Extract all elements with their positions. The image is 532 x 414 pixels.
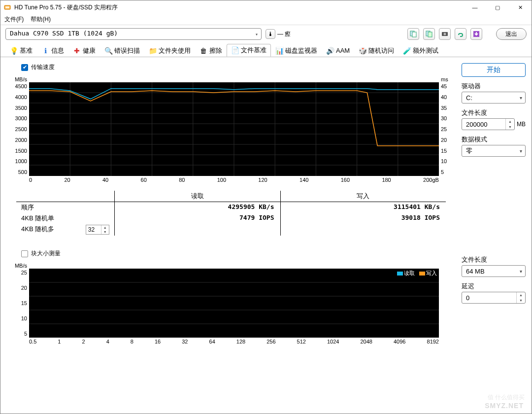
drive-label: 驱动器 [462, 82, 526, 91]
file-length-unit: MB [517, 121, 526, 128]
menu-bar: 文件(F) 帮助(H) [0, 14, 532, 25]
menu-file[interactable]: 文件(F) [4, 15, 24, 24]
window-title: HD Tune Pro 5.75 - 硬盘/SSD 实用程序 [14, 3, 464, 12]
y-right-unit: ms [439, 76, 456, 82]
col-read: 读取 [115, 191, 281, 202]
y-left-unit: MB/s [6, 76, 29, 82]
queue-depth-spinner[interactable]: 32 ▲▼ [86, 225, 109, 235]
monitor-icon: 📊 [275, 47, 283, 55]
block-size-chart: MB/s 252015105 读取 写入 [6, 263, 456, 345]
row-4k-single-label: 4KB 随机单 [16, 213, 115, 224]
seq-write-value: 3115401 KB/s [281, 202, 446, 213]
y-axis-right: 45403530252015105 [439, 82, 456, 176]
block-size-label: 块大小测量 [31, 249, 61, 258]
tab-folder-usage[interactable]: 📁文件夹使用 [144, 44, 195, 57]
tab-error-scan[interactable]: 🔍错误扫描 [100, 44, 144, 57]
svg-point-7 [444, 33, 446, 35]
results-table: 读取 写入 顺序 4295905 KB/s 3115401 KB/s 4KB 随… [16, 191, 446, 236]
toolbar: Dahua C970 SSD 1TB (1024 gB) ▾ 🌡 — 瘵 退出 [0, 25, 532, 43]
chevron-down-icon: ▾ [255, 32, 258, 37]
rnd1-read-value: 7479 IOPS [115, 213, 281, 224]
health-icon: ✚ [73, 47, 81, 55]
file-length-2-label: 文件长度 [462, 255, 526, 264]
menu-help[interactable]: 帮助(H) [31, 15, 51, 24]
tab-random-access[interactable]: 🎲随机访问 [354, 44, 399, 57]
col-write: 写入 [281, 191, 446, 202]
copy-info-button[interactable] [423, 28, 435, 40]
extra-icon: 🧪 [403, 47, 411, 55]
svg-rect-1 [5, 6, 9, 8]
close-button[interactable]: ✕ [509, 0, 532, 14]
tab-disk-monitor[interactable]: 📊磁盘监视器 [271, 44, 322, 57]
start-button[interactable]: 开始 [462, 63, 526, 77]
screenshot-button[interactable] [439, 28, 451, 40]
x-axis-1: 020406080100120140160180200gB [29, 176, 439, 183]
minimize-button[interactable]: — [464, 0, 486, 14]
exit-button[interactable]: 退出 [496, 28, 527, 40]
device-select[interactable]: Dahua C970 SSD 1TB (1024 gB) ▾ [5, 28, 262, 40]
block-size-checkbox[interactable] [21, 250, 28, 257]
transfer-rate-label: 传输速度 [31, 63, 55, 71]
bulb-icon: 💡 [10, 47, 18, 55]
thermometer-icon[interactable]: 🌡 [266, 29, 275, 39]
device-select-value: Dahua C970 SSD 1TB (1024 gB) [10, 30, 118, 37]
temperature-value: — 瘵 [277, 30, 291, 38]
title-bar: HD Tune Pro 5.75 - 硬盘/SSD 实用程序 — ▢ ✕ [0, 0, 532, 14]
pattern-select[interactable]: 零▾ [462, 145, 526, 157]
tab-aam[interactable]: 🔊AAM [322, 44, 354, 57]
file-bench-icon: 📄 [231, 46, 239, 54]
tab-info[interactable]: ℹ信息 [37, 44, 68, 57]
random-icon: 🎲 [359, 47, 366, 55]
file-length-spinner[interactable]: 200000 ▲▼ [462, 118, 515, 130]
y-axis-2: 252015105 [6, 269, 29, 338]
seq-read-value: 4295905 KB/s [115, 202, 281, 213]
tab-benchmark[interactable]: 💡基准 [5, 44, 37, 57]
delay-spinner[interactable]: 0 ▲▼ [462, 292, 526, 304]
speaker-icon: 🔊 [326, 47, 334, 55]
trash-icon: 🗑 [200, 47, 207, 55]
y2-unit: MB/s [6, 263, 29, 269]
right-panel: 开始 驱动器 C:▾ 文件长度 200000 ▲▼ MB 数据模式 [462, 63, 526, 408]
app-icon [3, 3, 11, 11]
delay-label: 延迟 [462, 282, 526, 291]
file-length-2-select[interactable]: 64 MB▾ [462, 265, 526, 277]
copy-button[interactable] [407, 28, 419, 40]
tab-extra-tests[interactable]: 🧪额外测试 [399, 44, 443, 57]
row-seq-label: 顺序 [16, 202, 115, 213]
chevron-down-icon: ▾ [520, 269, 522, 274]
chevron-down-icon: ▾ [520, 148, 522, 154]
pattern-label: 数据模式 [462, 135, 526, 144]
drive-select[interactable]: C:▾ [462, 92, 526, 104]
rnd1-write-value: 39018 IOPS [281, 213, 446, 224]
maximize-button[interactable]: ▢ [486, 0, 509, 14]
chevron-down-icon: ▾ [520, 95, 522, 101]
info-icon: ℹ [41, 47, 49, 55]
tab-health[interactable]: ✚健康 [68, 44, 100, 57]
link-button[interactable] [455, 28, 466, 40]
x-axis-2: 0.512481632641282565121024204840968192 [29, 338, 439, 345]
file-length-label: 文件长度 [462, 108, 526, 117]
watermark-logo: 值 什么值得买 [488, 393, 525, 402]
save-button[interactable] [470, 28, 482, 40]
folder-icon: 📁 [149, 47, 157, 55]
svg-rect-3 [412, 32, 416, 37]
tab-file-benchmark[interactable]: 📄文件基准 [227, 44, 271, 57]
svg-rect-5 [428, 32, 432, 37]
magnifier-icon: 🔍 [104, 47, 112, 55]
tab-bar: 💡基准 ℹ信息 ✚健康 🔍错误扫描 📁文件夹使用 🗑擦除 📄文件基准 📊磁盘监视… [0, 43, 532, 57]
y-axis-left: 45004000350030002500200015001000500 [6, 82, 29, 176]
watermark-text: SMYZ.NET [485, 402, 524, 410]
tab-erase[interactable]: 🗑擦除 [195, 44, 227, 57]
transfer-rate-checkbox[interactable]: ✔ [21, 64, 28, 71]
transfer-chart: MB/s ms 45004000350030002500200015001000… [6, 76, 456, 183]
row-4k-multi-label: 4KB 随机多 32 ▲▼ [16, 224, 115, 236]
